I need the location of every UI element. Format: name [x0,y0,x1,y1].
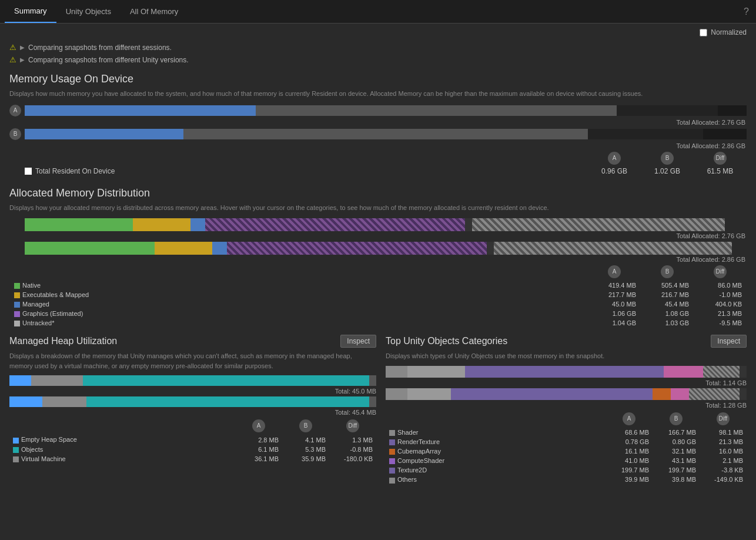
heap-header-b: B [299,419,312,432]
alloc-dist-desc: Displays how your allocated memory is di… [9,203,747,213]
dist-total-b: Total Allocated: 2.86 GB [9,256,747,263]
heap-table: Empty Heap Space 2.8 MB 4.1 MB 1.3 MB Ob… [9,435,376,463]
dist-bar-a [25,218,747,231]
dist-total-a: Total Allocated: 2.76 GB [9,232,747,239]
alloc-dist-row: Graphics (Estimated) 1.06 GB 1.08 GB 21.… [9,309,747,318]
unity-table: Shader 68.6 MB 166.7 MB 98.1 MB RenderTe… [386,428,747,485]
dist-header-a-badge: A [608,265,621,278]
bar-a-container: A [9,105,747,116]
heap-header-a: A [252,419,265,432]
unity-header-a: A [623,412,635,425]
heap-row: Objects 6.1 MB 5.3 MB -0.8 MB [9,445,376,454]
warning-icon-1: ⚠ [9,43,16,52]
alloc-dist-section: Allocated Memory Distribution Displays h… [0,180,756,333]
heap-abDiff-header: A B Diff [9,419,376,432]
memory-usage-section: Memory Usage On Device Displays how much… [0,66,756,180]
unity-row: CubemapArray 16.1 MB 32.1 MB 16.0 MB [386,446,747,456]
unity-total-a: Total: 1.14 GB [386,379,747,386]
unity-row: ComputeShader 41.0 MB 43.1 MB 2.1 MB [386,456,747,465]
unity-header-diff: Diff [717,412,730,425]
heap-bar-a [9,375,376,386]
unity-header-b: B [670,412,683,425]
top-unity-inspect-btn[interactable]: Inspect [711,335,747,348]
header-b-badge: B [661,152,674,165]
heap-header-diff: Diff [346,419,359,432]
heap-total-b: Total: 45.4 MB [9,409,376,416]
top-unity-desc: Displays which types of Unity Objects us… [386,351,747,361]
tab-bar: Summary Unity Objects All Of Memory ? [0,0,756,24]
unity-row: Shader 68.6 MB 166.7 MB 98.1 MB [386,428,747,437]
tab-summary[interactable]: Summary [5,0,56,23]
memory-usage-title: Memory Usage On Device [9,73,747,85]
heap-bar-b [9,396,376,407]
bar-a-total: Total Allocated: 2.76 GB [9,119,747,126]
normalized-label[interactable]: Normalized [711,28,747,36]
warning-icon-2: ⚠ [9,55,16,64]
warning-row-2: ⚠ ▶ Comparing snapshots from different U… [0,54,756,66]
ab-diff-header: A B Diff [9,152,747,165]
normalized-row: Normalized [0,24,756,41]
bar-b-label: B [9,128,21,140]
dist-abDiff-header: A B Diff [9,265,747,278]
top-unity-title: Top Unity Objects Categories [386,336,507,346]
unity-bar-b [386,388,747,400]
bar-a-label: A [9,105,21,116]
managed-heap-desc: Displays a breakdown of the memory that … [9,351,376,371]
alloc-dist-row: Managed 45.0 MB 45.4 MB 404.0 KB [9,299,747,309]
legend-a-val: 0.96 GB [588,167,641,175]
alloc-dist-table: Native 419.4 MB 505.4 MB 86.0 MB Executa… [9,281,747,328]
warning-row-1: ⚠ ▶ Comparing snapshots from different s… [0,41,756,54]
bar-b-total: Total Allocated: 2.86 GB [9,142,747,149]
heap-row: Virtual Machine 36.1 MB 35.9 MB -180.0 K… [9,454,376,464]
alloc-dist-row: Native 419.4 MB 505.4 MB 86.0 MB [9,281,747,290]
managed-heap-header: Managed Heap Utilization Inspect [9,335,376,348]
legend-box [25,168,32,175]
managed-heap-inspect-btn[interactable]: Inspect [340,335,376,348]
tab-all-of-memory[interactable]: All Of Memory [121,0,188,23]
unity-bar-a [386,366,747,378]
header-diff-badge: Diff [714,152,727,165]
dist-bar-b [25,242,747,255]
expand-btn-1[interactable]: ▶ [20,44,25,51]
bar-b-container: B [9,128,747,140]
top-unity-panel: Top Unity Objects Categories Inspect Dis… [386,335,747,484]
memory-usage-desc: Displays how much memory you have alloca… [9,89,747,99]
managed-heap-panel: Managed Heap Utilization Inspect Display… [9,335,386,484]
bottom-panels: Managed Heap Utilization Inspect Display… [0,335,756,484]
dist-header-diff-badge: Diff [714,265,727,278]
normalized-checkbox[interactable] [700,29,707,36]
legend-diff-val: 61.5 MB [694,167,747,175]
unity-row: Texture2D 199.7 MB 199.7 MB -3.8 KB [386,465,747,475]
unity-row: Others 39.9 MB 39.8 MB -149.0 KB [386,475,747,484]
alloc-dist-row: Executables & Mapped 217.7 MB 216.7 MB -… [9,290,747,299]
unity-row: RenderTexture 0.78 GB 0.80 GB 21.3 MB [386,437,747,446]
top-unity-header: Top Unity Objects Categories Inspect [386,335,747,348]
tab-unity-objects[interactable]: Unity Objects [56,0,121,23]
managed-heap-title: Managed Heap Utilization [9,336,117,346]
header-a-badge: A [608,152,621,165]
dist-header-b-badge: B [661,265,674,278]
unity-abDiff-header: A B Diff [386,412,747,425]
bar-a-track [25,105,747,116]
expand-btn-2[interactable]: ▶ [20,56,25,63]
heap-row: Empty Heap Space 2.8 MB 4.1 MB 1.3 MB [9,435,376,444]
unity-total-b: Total: 1.28 GB [386,402,747,409]
help-icon[interactable]: ? [744,6,749,17]
alloc-dist-title: Allocated Memory Distribution [9,187,747,199]
bar-b-track [25,129,747,139]
heap-total-a: Total: 45.0 MB [9,388,376,395]
alloc-dist-row: Untracked* 1.04 GB 1.03 GB -9.5 MB [9,318,747,328]
legend-b-val: 1.02 GB [641,167,694,175]
legend-row: Total Resident On Device 0.96 GB 1.02 GB… [9,167,747,175]
